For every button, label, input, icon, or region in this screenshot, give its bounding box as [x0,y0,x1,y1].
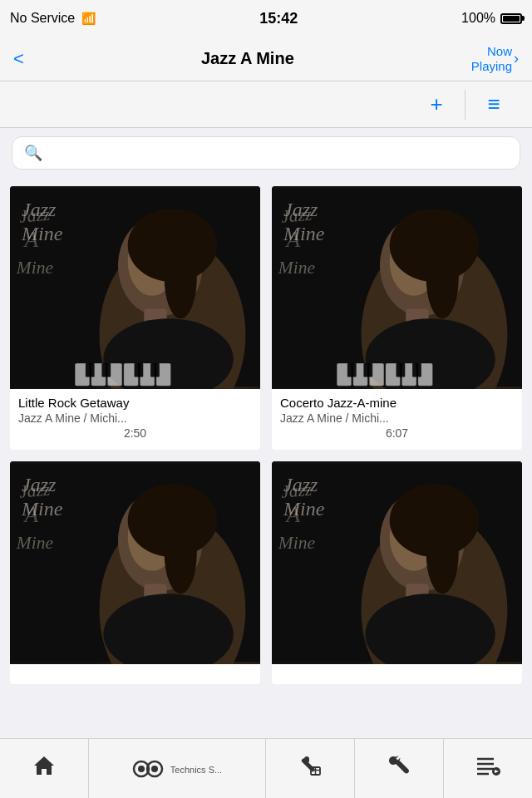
search-input[interactable] [49,145,508,160]
svg-point-47 [165,512,197,594]
back-button[interactable]: < [13,48,24,70]
svg-rect-16 [135,363,144,377]
svg-rect-14 [86,363,95,377]
search-icon: 🔍 [24,144,42,162]
page-title: Jazz A Mine [201,49,294,68]
playlist-icon [475,755,500,782]
tab-bar: Technics S... [0,738,532,798]
list-item[interactable]: Jazz A Mine [10,461,260,684]
battery-icon [500,13,522,24]
list-item[interactable]: Jazz A Mine Cocerto Jazz-A-mine Jazz A M… [272,186,522,450]
svg-text:Jazz: Jazz [280,480,313,502]
svg-point-65 [138,766,145,772]
song-album-1: Jazz A Mine / Michi... [18,411,252,425]
toolbar-divider [465,90,466,120]
status-bar: No Service 📶 15:42 100% [0,0,532,37]
svg-text:A: A [23,227,39,252]
svg-text:Mine: Mine [278,533,316,553]
svg-rect-38 [412,363,421,377]
svg-rect-69 [304,756,309,763]
tab-home[interactable] [0,739,89,798]
wrench-settings-icon [299,755,321,782]
tab-settings1[interactable] [266,739,355,798]
song-title-2: Cocerto Jazz-A-mine [280,396,514,410]
toolbar: + ≡ [0,81,532,128]
song-info-3 [10,664,260,684]
song-info-2: Cocerto Jazz-A-mine Jazz A Mine / Michi.… [272,389,522,450]
now-playing-button[interactable]: NowPlaying › [471,44,519,74]
chevron-right-icon: › [514,50,519,67]
svg-rect-35 [347,363,357,377]
svg-rect-37 [397,363,406,377]
song-title-1: Little Rock Getaway [18,396,252,410]
tab-wrench[interactable] [355,739,444,798]
svg-text:Mine: Mine [16,533,54,553]
album-art-4: Jazz A Mine [272,461,522,664]
status-right: 100% [461,11,522,26]
album-art-2: Jazz A Mine [272,186,522,389]
svg-rect-15 [101,363,111,377]
svg-text:Mine: Mine [16,258,54,278]
svg-text:A: A [285,227,301,252]
song-duration-2: 6:07 [280,426,514,440]
song-duration-1: 2:50 [18,426,252,440]
status-time: 15:42 [259,10,298,27]
search-bar: 🔍 [0,128,532,178]
svg-rect-36 [363,363,372,377]
wrench-icon [388,755,410,782]
svg-point-67 [151,766,158,772]
tab-playlist[interactable] [444,739,532,798]
song-info-4 [272,664,522,684]
svg-text:A: A [285,502,301,527]
technics-logo-icon [132,756,164,781]
wifi-icon: 📶 [81,12,96,25]
menu-button[interactable]: ≡ [469,81,519,128]
song-album-2: Jazz A Mine / Michi... [280,411,514,425]
technics-label: Technics S... [170,765,222,775]
song-grid: Jazz A Mine Little Rock Getaway Jazz A M… [0,178,532,692]
svg-text:Jazz: Jazz [18,480,52,502]
svg-text:Jazz: Jazz [18,204,52,227]
home-icon [32,755,56,782]
svg-text:Jazz: Jazz [280,204,313,227]
list-item[interactable]: Jazz A Mine [272,461,522,684]
song-info-1: Little Rock Getaway Jazz A Mine / Michi.… [10,389,260,450]
svg-text:Mine: Mine [278,258,316,278]
album-art-3: Jazz A Mine [10,461,260,664]
carrier-text: No Service [10,11,75,26]
svg-point-5 [165,237,197,318]
battery-percent: 100% [461,11,495,26]
svg-text:A: A [23,502,39,527]
list-item[interactable]: Jazz A Mine Little Rock Getaway Jazz A M… [10,186,260,450]
svg-rect-17 [150,363,160,377]
search-input-wrap: 🔍 [12,136,520,170]
album-art-1: Jazz A Mine [10,186,260,389]
nav-bar: < Jazz A Mine NowPlaying › [0,37,532,81]
main-content: Jazz A Mine Little Rock Getaway Jazz A M… [0,178,532,741]
tab-technics[interactable]: Technics S... [89,739,266,798]
status-left: No Service 📶 [10,11,96,26]
svg-point-58 [426,512,459,594]
now-playing-label: NowPlaying [471,44,512,74]
svg-point-26 [426,237,459,318]
add-button[interactable]: + [411,81,461,128]
